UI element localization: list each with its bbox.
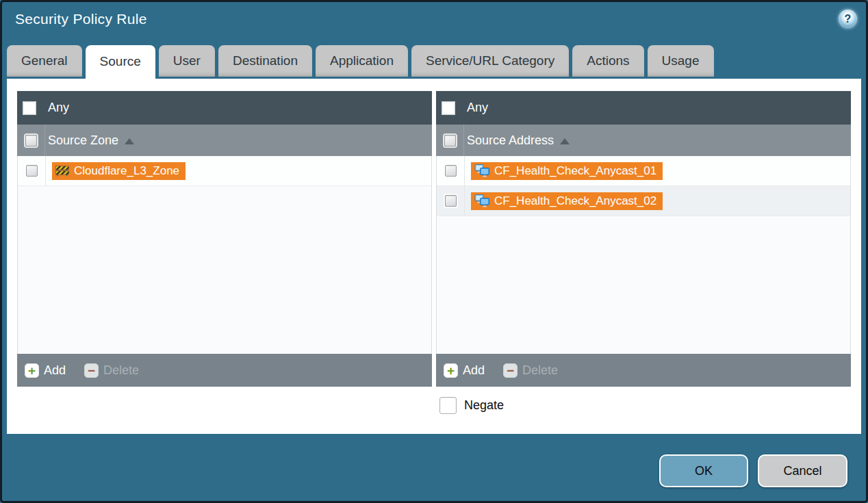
sort-ascending-icon [560,138,570,144]
delete-button[interactable]: − Delete [503,363,558,378]
source-address-row-checkbox[interactable] [445,195,457,207]
source-zone-column-label: Source Zone [48,133,118,148]
source-address-any-bar: Any [436,91,851,125]
source-zone-row-checkbox[interactable] [26,165,38,177]
delete-button[interactable]: − Delete [84,363,139,378]
source-zone-value: Cloudflare_L3_Zone [74,164,179,178]
source-address-column-label: Source Address [467,133,554,148]
ok-button[interactable]: OK [659,454,748,487]
source-address-column-header[interactable]: Source Address [436,125,851,156]
source-address-select-all-checkbox[interactable] [444,135,456,146]
add-button[interactable]: + Add [444,363,485,378]
source-address-value: CF_Health_Check_Anycast_02 [494,194,656,208]
network-address-icon [474,194,489,207]
table-row[interactable]: CF_Health_Check_Anycast_02 [437,186,850,216]
plus-icon: + [444,363,458,378]
sort-ascending-icon [125,138,134,144]
minus-icon: − [84,363,99,378]
source-zone-any-bar: Any [17,91,432,125]
cancel-button[interactable]: Cancel [758,454,847,487]
header-checkbox-cell [436,125,464,156]
row-checkbox-cell [437,186,465,216]
table-row[interactable]: CF_Health_Check_Anycast_01 [437,156,850,186]
source-zone-any-checkbox[interactable] [23,101,36,115]
delete-label: Delete [522,363,558,378]
source-address-any-checkbox[interactable] [442,101,455,115]
negate-label: Negate [464,398,504,413]
zone-barricade-icon [55,165,69,177]
source-zone-select-all-checkbox[interactable] [25,135,37,146]
source-zone-toolbar: + Add − Delete [17,354,432,387]
row-checkbox-cell [18,156,46,185]
source-address-list: CF_Health_Check_Anycast_01 [436,156,851,354]
source-zone-list: Cloudflare_L3_Zone [17,156,432,354]
delete-label: Delete [103,363,139,378]
source-zone-any-label: Any [48,101,69,115]
source-zone-panel: Any Source Zone [17,91,432,387]
tab-application[interactable]: Application [316,45,408,77]
negate-control: Negate [439,397,504,414]
tab-user[interactable]: User [159,45,215,77]
add-label: Add [44,363,66,378]
header-checkbox-cell [17,125,45,156]
source-address-any-label: Any [467,101,488,115]
tab-bar: General Source User Destination Applicat… [7,45,714,79]
security-policy-rule-dialog: Security Policy Rule ? General Source Us… [0,0,868,503]
plus-icon: + [25,363,39,378]
tab-destination[interactable]: Destination [218,45,312,77]
source-address-row-checkbox[interactable] [445,165,457,177]
source-address-panel: Any Source Address [436,91,851,387]
source-zone-column-header[interactable]: Source Zone [17,125,432,156]
source-address-toolbar: + Add − Delete [436,354,851,387]
help-icon[interactable]: ? [839,10,857,28]
minus-icon: − [503,363,518,378]
table-row[interactable]: Cloudflare_L3_Zone [18,156,431,186]
source-zone-value-chip[interactable]: Cloudflare_L3_Zone [52,162,186,180]
source-address-value-chip[interactable]: CF_Health_Check_Anycast_02 [471,192,663,210]
tab-usage[interactable]: Usage [648,45,714,77]
question-mark-glyph: ? [845,13,852,25]
negate-checkbox[interactable] [439,397,457,414]
source-address-value-chip[interactable]: CF_Health_Check_Anycast_01 [471,162,663,180]
tab-actions[interactable]: Actions [572,45,643,77]
source-address-value: CF_Health_Check_Anycast_01 [494,164,656,178]
dialog-title: Security Policy Rule [15,11,147,27]
add-button[interactable]: + Add [25,363,66,378]
add-label: Add [463,363,485,378]
tab-source[interactable]: Source [86,45,155,79]
row-checkbox-cell [437,156,465,185]
tab-service-url-category[interactable]: Service/URL Category [411,45,569,77]
network-address-icon [474,164,489,177]
tab-general[interactable]: General [7,45,82,77]
